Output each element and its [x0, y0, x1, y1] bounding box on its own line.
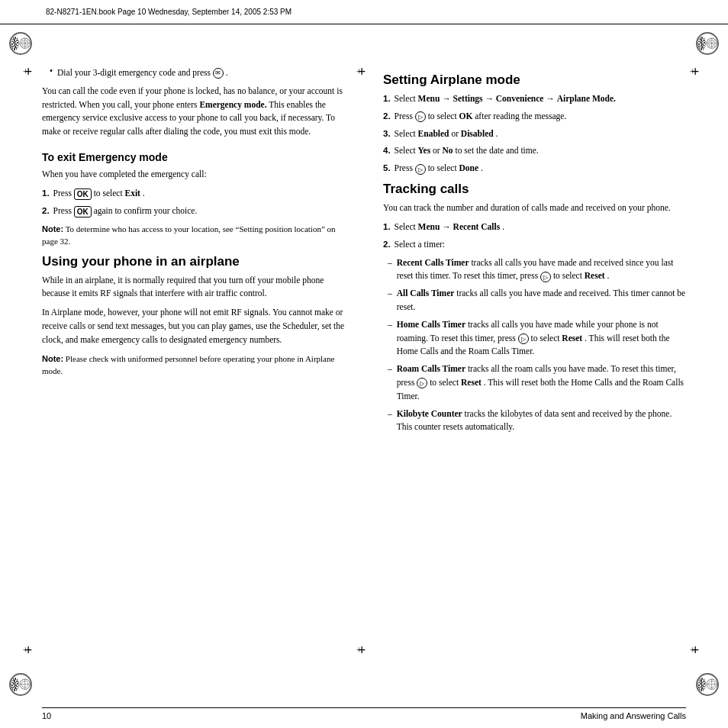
- nav-button-icon-5: ▷: [417, 378, 427, 388]
- timer-list: – Recent Calls Timer tracks all calls yo…: [383, 256, 686, 435]
- airplane-step-1: 1. Select Menu → Settings → Convenience …: [383, 92, 686, 106]
- airplane-step-3: 3. Select Enabled or Disabled .: [383, 127, 686, 141]
- nav-button-icon: ▷: [415, 111, 426, 122]
- exit-steps: 1. Press OK to select Exit .: [42, 187, 345, 218]
- airplane-steps: 1. Select Menu → Settings → Convenience …: [383, 92, 686, 176]
- timer-roam-calls: – Roam Calls Timer tracks all the roam c…: [383, 362, 686, 403]
- exit-step-1: 1. Press OK to select Exit .: [42, 187, 345, 201]
- page-frame: 82-N8271-1EN.book Page 10 Wednesday, Sep…: [0, 0, 728, 728]
- crosshair-bottom-right: +: [690, 646, 705, 661]
- exit-emergency-heading: To exit Emergency mode: [42, 151, 345, 163]
- airplane-para2: In Airplane mode, however, your phone wi…: [42, 306, 345, 346]
- two-col-layout: • Dial your 3-digit emergency code and p…: [42, 24, 686, 690]
- timer-all-calls: – All Calls Timer tracks all calls you h…: [383, 287, 686, 314]
- airplane-step-5: 5. Press ▷ to select Done .: [383, 162, 686, 176]
- nav-button-icon-4: ▷: [518, 333, 529, 344]
- note-2: Note: Please check with uniformed person…: [42, 353, 345, 378]
- ok-button-icon-2: OK: [74, 206, 92, 217]
- timer-kilobyte: – Kilobyte Counter tracks the kilobytes …: [383, 407, 686, 435]
- bullet-symbol: •: [50, 66, 53, 80]
- dash-3: –: [388, 318, 392, 359]
- chapter-title: Making and Answering Calls: [581, 711, 686, 720]
- corner-mark-br: [696, 673, 719, 696]
- right-column: Setting Airplane mode 1. Select Menu → S…: [375, 66, 686, 690]
- exit-para: When you have completed the emergency ca…: [42, 168, 345, 182]
- airplane-step-4: 4. Select Yes or No to set the date and …: [383, 144, 686, 158]
- dash-2: –: [388, 287, 392, 314]
- dash-5: –: [388, 407, 392, 435]
- tracking-para: You can track the number and duration of…: [383, 201, 686, 215]
- crosshair-top-right: +: [690, 67, 705, 82]
- ok-button-icon: OK: [74, 188, 92, 200]
- corner-mark-tr: [696, 32, 719, 55]
- nav-button-icon-3: ▷: [540, 272, 551, 282]
- send-button-icon: ✉: [213, 68, 224, 79]
- tracking-step-1: 1. Select Menu → Recent Calls .: [383, 221, 686, 234]
- airplane-step-2: 2. Press ▷ to select OK after reading th…: [383, 110, 686, 124]
- crosshair-top-left: +: [23, 67, 38, 82]
- corner-mark-bl: [9, 673, 32, 696]
- left-column: • Dial your 3-digit emergency code and p…: [42, 66, 353, 690]
- header-bar: 82-N8271-1EN.book Page 10 Wednesday, Sep…: [0, 0, 728, 24]
- tracking-step-2: 2. Select a timer:: [383, 238, 686, 252]
- setting-airplane-heading: Setting Airplane mode: [383, 72, 686, 88]
- page-number: 10: [42, 711, 51, 720]
- bullet-dial: • Dial your 3-digit emergency code and p…: [42, 66, 345, 80]
- dash-1: –: [388, 256, 392, 284]
- tracking-steps: 1. Select Menu → Recent Calls . 2. Selec: [383, 221, 686, 252]
- crosshair-bottom-left: +: [23, 646, 38, 661]
- header-text: 82-N8271-1EN.book Page 10 Wednesday, Sep…: [46, 8, 292, 16]
- content-area: • Dial your 3-digit emergency code and p…: [42, 24, 686, 690]
- note-1: Note: To determine who has access to you…: [42, 223, 345, 248]
- bullet-dial-text: Dial your 3-digit emergency code and pre…: [57, 66, 228, 80]
- timer-home-calls: – Home Calls Timer tracks all calls you …: [383, 318, 686, 359]
- timer-recent-calls: – Recent Calls Timer tracks all calls yo…: [383, 256, 686, 284]
- airplane-para1: While in an airplane, it is normally req…: [42, 274, 345, 301]
- airplane-heading: Using your phone in an airplane: [42, 254, 345, 269]
- nav-button-icon-2: ▷: [415, 164, 426, 175]
- page-footer: 10 Making and Answering Calls: [42, 707, 686, 720]
- emergency-para: You can call the code even if your phone…: [42, 85, 345, 139]
- dash-4: –: [388, 362, 392, 403]
- exit-step-2: 2. Press OK again to confirm your choice…: [42, 205, 345, 218]
- tracking-heading: Tracking calls: [383, 182, 686, 197]
- corner-mark-tl: [9, 32, 32, 55]
